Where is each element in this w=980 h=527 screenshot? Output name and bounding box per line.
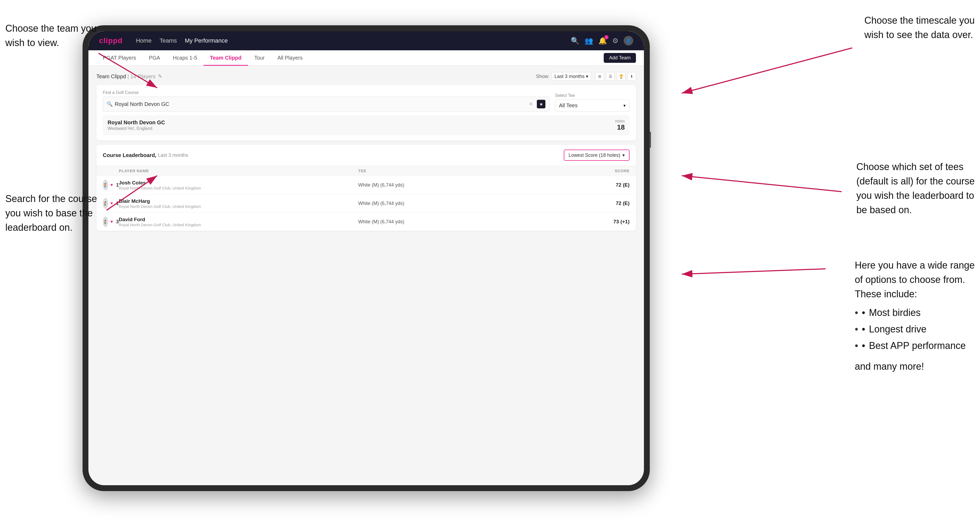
subnav-all-players[interactable]: All Players: [271, 51, 309, 66]
tee-select-label: Select Tee: [555, 93, 630, 98]
list-view-button[interactable]: ☰: [606, 72, 615, 81]
player-cell-3: David Ford Royal North Devon Golf Club, …: [119, 217, 358, 227]
find-course-label: Find a Golf Course: [103, 90, 550, 95]
player-name-1: Josh Coles: [119, 180, 201, 186]
player-count: | 14 Players: [127, 73, 156, 79]
leaderboard-title: Course Leaderboard,: [103, 152, 156, 158]
settings-nav-icon[interactable]: ⚙: [612, 37, 618, 45]
col-header-tee: TEE: [358, 168, 598, 173]
bullet-drive: •Longest drive: [855, 322, 975, 337]
player-club-2: Royal North Devon Golf Club, United King…: [119, 204, 201, 209]
ipad-side-button: [649, 132, 651, 148]
download-button[interactable]: ⬇: [627, 72, 636, 81]
subnav-tour[interactable]: Tour: [248, 51, 271, 66]
notification-badge: 1: [604, 35, 609, 40]
users-nav-icon[interactable]: 👥: [584, 37, 593, 45]
ipad-frame: clippd Home Teams My Performance 🔍 👥 🔔 1…: [83, 25, 650, 491]
nav-home[interactable]: Home: [136, 37, 151, 44]
score-cell-1: 72 (E): [598, 182, 630, 188]
nav-teams[interactable]: Teams: [159, 37, 177, 44]
tee-dropdown-chevron-icon: ▾: [624, 103, 625, 108]
annotation-choose-timescale: Choose the timescale youwish to see the …: [864, 13, 975, 42]
subnav: PGAT Players PGA Hcaps 1-5 Team Clippd T…: [88, 50, 644, 66]
navbar: clippd Home Teams My Performance 🔍 👥 🔔 1…: [88, 31, 644, 50]
edit-team-icon[interactable]: ✎: [158, 73, 162, 79]
score-dropdown-chevron-icon: ▾: [622, 152, 625, 158]
holes-label: Holes: [615, 119, 625, 123]
avatar-icon: 👤: [626, 38, 631, 43]
tee-cell-3: White (M) (6,744 yds): [358, 219, 598, 225]
rank-cell-3: 🏌 ♥ 3: [103, 216, 119, 227]
score-cell-2: 72 (E): [598, 200, 630, 206]
svg-line-4: [682, 176, 842, 192]
holes-badge: Holes 18: [615, 119, 625, 132]
holes-count: 18: [615, 123, 625, 132]
subnav-pga[interactable]: PGA: [142, 51, 167, 66]
tee-select-container: Select Tee All Tees ▾: [555, 93, 630, 111]
favorite-button[interactable]: ★: [536, 100, 546, 109]
course-result-row: Royal North Devon GC Westward Ho!, Engla…: [103, 115, 630, 135]
course-result-location: Westward Ho!, England: [108, 126, 165, 131]
leaderboard-subtitle: Last 3 months: [158, 152, 188, 158]
search-section: Find a Golf Course 🔍 ✕ ★ Select Tee: [96, 85, 636, 141]
rank-cell-2: 🏌 ♥ 1: [103, 198, 119, 209]
bullet-dot-1: •: [862, 306, 865, 320]
player-info-3: David Ford Royal North Devon Golf Club, …: [119, 217, 201, 227]
annotation-choose-tees: Choose which set of tees(default is all)…: [856, 160, 975, 217]
leaderboard-section: Course Leaderboard, Last 3 months Lowest…: [96, 145, 636, 231]
bell-nav-icon[interactable]: 🔔 1: [598, 37, 607, 45]
favorite-heart-icon-1: ♥: [110, 183, 113, 187]
show-label: Show:: [536, 74, 549, 79]
user-avatar[interactable]: 👤: [624, 36, 633, 46]
subnav-hcaps[interactable]: Hcaps 1-5: [167, 51, 204, 66]
table-header-row: PLAYER NAME TEE SCORE: [96, 166, 636, 176]
player-club-3: Royal North Devon Golf Club, United King…: [119, 222, 201, 227]
clear-search-button[interactable]: ✕: [529, 101, 533, 107]
bullet-app: •Best APP performance: [855, 338, 975, 353]
bullet-birdies: •Most birdies: [855, 306, 975, 320]
subnav-pgat-players[interactable]: PGAT Players: [96, 51, 142, 66]
search-input-wrap: 🔍 ✕ ★: [103, 97, 550, 111]
add-team-button[interactable]: Add Team: [604, 53, 636, 63]
tee-select-dropdown[interactable]: All Tees ▾: [555, 100, 630, 111]
score-cell-3: 73 (+1): [598, 219, 630, 225]
player-name-2: Blair McHarg: [119, 198, 201, 204]
table-row: 🏌 ♥ 1 Blair McHarg Royal North Devon Gol…: [96, 194, 636, 213]
leaderboard-table: PLAYER NAME TEE SCORE 🏌 ♥ 1: [96, 166, 636, 231]
player-avatar-1: 🏌: [103, 179, 108, 190]
grid-view-button[interactable]: ⊞: [595, 72, 604, 81]
favorite-heart-icon-3: ♥: [110, 219, 113, 224]
view-toggle-group: ⊞ ☰ 🏆 ⬇: [595, 72, 636, 81]
nav-links: Home Teams My Performance: [136, 37, 563, 44]
bullet-dot-3: •: [862, 338, 865, 353]
annotation-search-course: Search for the courseyou wish to base th…: [5, 192, 97, 235]
show-timeframe-dropdown[interactable]: Last 3 months ▾: [552, 72, 591, 81]
search-nav-icon[interactable]: 🔍: [571, 37, 579, 45]
score-type-dropdown[interactable]: Lowest Score (18 holes) ▾: [564, 149, 630, 161]
search-row: Find a Golf Course 🔍 ✕ ★ Select Tee: [103, 90, 630, 111]
favorite-heart-icon-2: ♥: [110, 201, 113, 206]
dropdown-chevron-icon: ▾: [586, 74, 588, 79]
col-header-score: SCORE: [598, 168, 630, 173]
and-more-text: and many more!: [855, 359, 975, 374]
nav-icons-group: 🔍 👥 🔔 1 ⚙ 👤: [571, 36, 633, 46]
search-magnifier-icon: 🔍: [107, 101, 113, 107]
col-header-rank: [103, 168, 119, 173]
table-row: 🏌 ♥ 1 Josh Coles Royal North Devon Golf …: [96, 176, 636, 194]
rank-cell-1: 🏌 ♥ 1: [103, 179, 119, 190]
player-info-2: Blair McHarg Royal North Devon Golf Club…: [119, 198, 201, 209]
player-cell-2: Blair McHarg Royal North Devon Golf Club…: [119, 198, 358, 209]
annotation-choose-team: Choose the team you wish to view.: [5, 21, 112, 50]
tee-cell-2: White (M) (6,744 yds): [358, 201, 598, 206]
subnav-team-clippd[interactable]: Team Clippd: [204, 51, 248, 66]
options-bullet-list: •Most birdies •Longest drive •Best APP p…: [855, 306, 975, 353]
nav-my-performance[interactable]: My Performance: [185, 37, 228, 44]
leaderboard-header: Course Leaderboard, Last 3 months Lowest…: [96, 145, 636, 166]
course-search-input[interactable]: [115, 101, 527, 107]
rank-number-1: 1: [116, 182, 119, 188]
course-result-info: Royal North Devon GC Westward Ho!, Engla…: [108, 119, 165, 131]
tee-cell-1: White (M) (6,744 yds): [358, 182, 598, 188]
main-content: Team Clippd | 14 Players ✎ Show: Last 3 …: [88, 66, 644, 237]
table-row: 🏌 ♥ 3 David Ford Royal North Devon Golf …: [96, 213, 636, 231]
trophy-view-button[interactable]: 🏆: [617, 72, 625, 81]
